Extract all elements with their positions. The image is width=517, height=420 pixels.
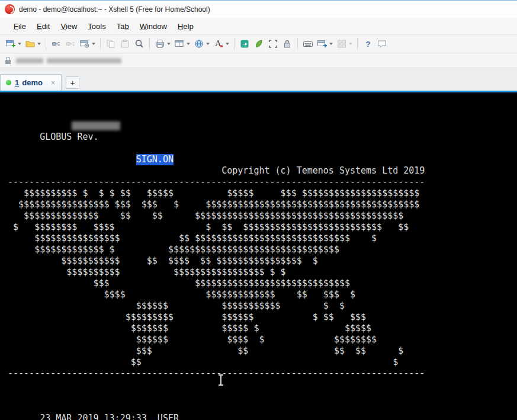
search-icon [134,39,144,49]
status-datetime-user: 23 MAR 2019 13:29:33 USER [40,413,179,420]
menu-edit[interactable]: Edit [31,20,55,33]
xshell-window: demo - demo@localhost:~ - Xshell 5 (Free… [0,0,517,420]
window-title: demo - demo@localhost:~ - Xshell 5 (Free… [19,5,210,14]
copy-icon [105,39,116,49]
menu-tab[interactable]: Tab [111,20,134,33]
open-session-button[interactable] [23,36,43,52]
xftp-icon [239,39,250,49]
new-window-icon [317,39,327,49]
chevron-down-icon[interactable] [167,43,171,45]
feedback-button[interactable] [375,36,389,52]
chevron-down-icon[interactable] [37,43,41,45]
chevron-down-icon[interactable] [329,43,333,45]
session-properties-button[interactable] [78,36,97,52]
menu-file[interactable]: File [8,20,31,33]
close-tab-icon[interactable]: × [51,79,55,86]
globus-rev-label: GLOBUS Rev. [40,132,98,142]
session-tab-demo[interactable]: 1demo × [0,74,62,91]
menu-bar: File Edit View Tools Tab Window Help [0,18,517,34]
svg-text:A: A [215,39,221,48]
menu-window[interactable]: Window [134,20,172,33]
fullscreen-icon [268,39,278,49]
paste-button[interactable] [118,36,132,52]
copy-button[interactable] [104,36,118,52]
mouse-ibeam-cursor [220,376,221,384]
lock-screen-button[interactable] [280,36,294,52]
launch-xftp-button[interactable] [237,36,252,52]
tab-label: 1demo [15,78,43,87]
fonts-button[interactable]: A [211,36,231,52]
tile-windows-button[interactable] [335,36,354,52]
find-button[interactable] [132,36,146,52]
chevron-down-icon[interactable] [18,43,21,45]
toolbar-separator [357,38,358,50]
help-button[interactable]: ? [361,36,375,52]
toolbar: A ? [0,34,517,53]
print-button[interactable] [153,36,172,52]
chevron-down-icon[interactable] [206,43,210,45]
web-browser-button[interactable] [192,36,211,52]
menu-tools[interactable]: Tools [82,20,111,33]
menu-view[interactable]: View [55,20,82,33]
chevron-down-icon [349,43,352,45]
new-tab-button[interactable]: + [66,76,79,89]
lock-icon [282,39,293,49]
connect-plug-icon [51,39,62,49]
copyright-text: Copyright (c) Temenos Systems Ltd 2019 [221,165,425,177]
speech-bubble-icon [377,39,387,49]
lock-icon [5,60,11,64]
new-session-icon [5,39,16,49]
split-screen-icon [174,39,185,49]
print-icon [155,39,165,49]
globe-icon [194,39,204,49]
redacted-address [47,58,121,63]
title-bar[interactable]: demo - demo@localhost:~ - Xshell 5 (Free… [0,0,517,18]
chevron-down-icon[interactable] [226,43,229,45]
ascii-art: ----------------------------------------… [8,177,517,379]
new-session-button[interactable] [4,36,23,52]
toolbar-separator [46,38,46,50]
svg-text:?: ? [366,40,371,49]
session-properties-icon [79,39,90,49]
toolbar-separator [234,38,235,50]
address-bar[interactable] [0,53,517,68]
toolbar-separator [149,38,150,50]
terminal-screen[interactable]: GLOBUS Rev. SIGN.ON Copyright (c) Temeno… [0,92,517,420]
fullscreen-button[interactable] [266,36,280,52]
toolbar-separator [100,38,101,50]
leaf-icon [253,39,264,49]
signon-highlight: SIGN.ON [136,154,174,165]
help-icon: ? [362,39,373,49]
disconnect-button[interactable] [63,36,78,52]
toolbar-separator [297,38,298,50]
paste-icon [120,39,130,49]
new-window-button[interactable] [315,36,335,52]
split-screen-button[interactable] [172,36,192,52]
launch-xagent-button[interactable] [252,36,266,52]
connect-button[interactable] [49,36,63,52]
redacted-revision [72,121,120,130]
keyboard-icon [303,39,313,49]
tile-windows-icon [336,39,347,49]
xshell-logo-icon [5,4,15,14]
tab-bar: 1demo × + [0,68,517,92]
disconnect-plug-icon [65,39,76,49]
terminal-banner: GLOBUS Rev. SIGN.ON Copyright (c) Temeno… [8,120,517,132]
chevron-down-icon[interactable] [92,43,95,45]
redacted-address [16,58,43,63]
open-folder-icon [25,39,36,49]
chevron-down-icon[interactable] [187,43,190,45]
virtual-keyboard-button[interactable] [301,36,315,52]
status-line: 23 MAR 2019 13:29:33 USER [68217,] [8,402,517,413]
menu-help[interactable]: Help [172,20,199,33]
connected-status-icon [6,80,11,85]
font-icon: A [213,39,224,49]
